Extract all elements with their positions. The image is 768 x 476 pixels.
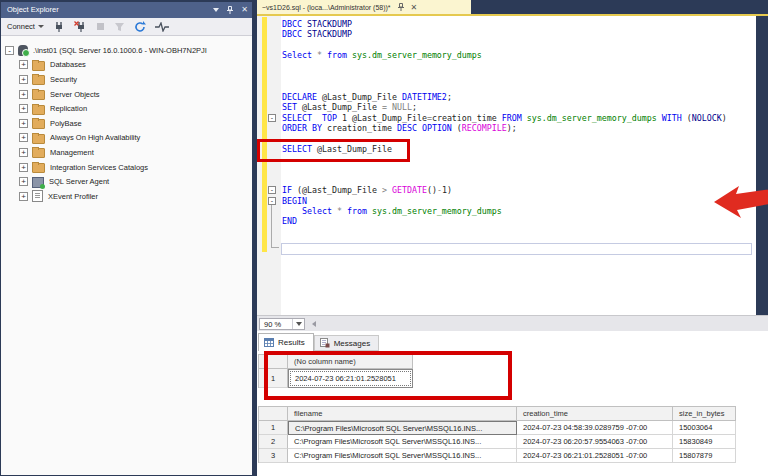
tree-item-label: Replication: [50, 104, 87, 113]
expand-expander-icon[interactable]: +: [19, 133, 28, 142]
agent-icon: [32, 177, 44, 188]
grid-corner-cell[interactable]: [259, 407, 288, 421]
grid-cell[interactable]: 2024-07-23 04:58:39.0289759 -07:00: [517, 421, 673, 435]
grid-cell[interactable]: 2024-07-23 06:20:57.9554063 -07:00: [517, 435, 673, 449]
connect-plug-icon[interactable]: [53, 21, 65, 33]
tree-item-integration-services-catalogs[interactable]: +Integration Services Catalogs: [19, 160, 252, 175]
grid-row-number[interactable]: 1: [259, 421, 288, 435]
tree-item-management[interactable]: +Management: [19, 145, 252, 160]
tab-messages[interactable]: Messages: [314, 335, 379, 351]
grid-row-number[interactable]: 2: [259, 435, 288, 449]
zoom-level-value: 90 %: [260, 320, 292, 329]
tree-item-server-objects[interactable]: +Server Objects: [19, 87, 252, 102]
code-line: [282, 61, 756, 71]
code-line: DBCC STACKDUMP: [282, 19, 756, 29]
folder-icon: [32, 105, 45, 115]
tree-item-label: Security: [50, 75, 77, 84]
window-position-chevron-down-icon[interactable]: [213, 8, 219, 12]
messages-icon: [320, 338, 330, 348]
code-line: ORDER BY creation_time DESC OPTION (RECO…: [282, 123, 756, 133]
disconnect-plug-icon[interactable]: [74, 21, 87, 33]
tab-messages-label: Messages: [334, 339, 370, 348]
scroll-left-arrow-icon[interactable]: [312, 321, 316, 327]
tree-item-polybase[interactable]: +PolyBase: [19, 116, 252, 131]
editor-tab[interactable]: ~vs1D26.sql - (loca...\Administrator (58…: [257, 0, 471, 14]
folder-icon: [32, 61, 45, 71]
refresh-icon[interactable]: [134, 21, 146, 33]
results-grid-2: filenamecreation_timesize_in_bytes1C:\Pr…: [258, 406, 736, 463]
folder-icon: [32, 148, 45, 158]
folder-icon: [32, 134, 45, 144]
expand-expander-icon[interactable]: +: [19, 148, 28, 157]
tab-close-icon[interactable]: ✕: [411, 3, 418, 12]
activity-monitor-icon[interactable]: [155, 22, 169, 32]
connect-dropdown-caret-icon[interactable]: [38, 25, 44, 28]
grid-cell[interactable]: 15003064: [673, 421, 736, 435]
close-icon[interactable]: ✕: [241, 6, 248, 14]
editor-gutter: [257, 16, 281, 315]
expand-expander-icon[interactable]: +: [19, 75, 28, 84]
grid-cell[interactable]: 2024-07-23 06:21:01.2528051 -07:00: [517, 449, 673, 463]
code-line: [282, 40, 756, 50]
grid-cell[interactable]: C:\Program Files\Microsoft SQL Server\MS…: [288, 449, 517, 463]
code-line: [282, 81, 756, 91]
fold-toggle-icon[interactable]: -: [268, 114, 276, 122]
folder-icon: [32, 163, 45, 173]
code-line: DECLARE @Last_Dump_File DATETIME2;: [282, 92, 756, 102]
filter-icon: [114, 22, 125, 32]
folder-icon: [32, 90, 45, 100]
connect-button[interactable]: Connect: [7, 22, 35, 31]
grid-row: 2C:\Program Files\Microsoft SQL Server\M…: [259, 435, 736, 449]
tree-item-always-on-high-availability[interactable]: +Always On High Availability: [19, 131, 252, 146]
annotation-red-box-select-statement: [257, 139, 410, 162]
object-explorer-title-bar[interactable]: Object Explorer ✕: [1, 2, 252, 18]
object-explorer-panel: Object Explorer ✕ Connect: [1, 2, 252, 475]
results-grid-icon: [264, 338, 274, 347]
tab-results[interactable]: Results: [258, 333, 314, 351]
expand-expander-icon[interactable]: +: [19, 177, 28, 186]
tree-item-label: Integration Services Catalogs: [50, 163, 148, 172]
expand-expander-icon[interactable]: +: [19, 192, 28, 201]
grid-cell[interactable]: 15830849: [673, 435, 736, 449]
grid-row: 1C:\Program Files\Microsoft SQL Server\M…: [259, 421, 736, 435]
grid-column-header[interactable]: creation_time: [517, 407, 673, 421]
expand-expander-icon[interactable]: +: [19, 60, 28, 69]
expand-expander-icon[interactable]: +: [19, 90, 28, 99]
collapse-expander-icon[interactable]: -: [5, 46, 14, 55]
expand-expander-icon[interactable]: +: [19, 163, 28, 172]
code-line: Select * from sys.dm_server_memory_dumps: [282, 50, 756, 60]
tree-item-databases[interactable]: +Databases: [19, 58, 252, 73]
grid-row: 3C:\Program Files\Microsoft SQL Server\M…: [259, 449, 736, 463]
tree-item-xevent-profiler[interactable]: +XEvent Profiler: [19, 189, 252, 204]
server-icon: [18, 45, 28, 56]
tree-item-replication[interactable]: +Replication: [19, 101, 252, 116]
fold-toggle-icon[interactable]: -: [268, 197, 276, 205]
current-line-highlight: [281, 243, 752, 255]
tree-item-sql-server-agent[interactable]: +SQL Server Agent: [19, 174, 252, 189]
pin-icon[interactable]: [226, 6, 234, 15]
tree-item-label: Management: [50, 148, 94, 157]
tree-item-label: .\inst01 (SQL Server 16.0.1000.6 - WIN-O…: [33, 46, 207, 55]
code-line: SELECT TOP 1 @Last_Dump_File=creation_ti…: [282, 113, 756, 123]
tree-item-inst01-sql-server-16-0-1000-6-win-obh7n2pji[interactable]: -.\inst01 (SQL Server 16.0.1000.6 - WIN-…: [5, 43, 252, 58]
expand-expander-icon[interactable]: +: [19, 104, 28, 113]
tree-item-label: SQL Server Agent: [49, 177, 109, 186]
grid-column-header[interactable]: filename: [288, 407, 517, 421]
expand-expander-icon[interactable]: +: [19, 119, 28, 128]
grid-cell[interactable]: C:\Program Files\Microsoft SQL Server\MS…: [288, 435, 517, 449]
grid-cell[interactable]: C:\Program Files\Microsoft SQL Server\MS…: [288, 421, 517, 435]
fold-toggle-icon[interactable]: -: [268, 186, 276, 194]
object-explorer-tree: -.\inst01 (SQL Server 16.0.1000.6 - WIN-…: [1, 36, 252, 475]
tab-pin-icon[interactable]: [397, 3, 405, 12]
annotation-red-box-result: [264, 351, 512, 400]
ssms-window: Object Explorer ✕ Connect: [0, 0, 768, 476]
grid-row-number[interactable]: 3: [259, 449, 288, 463]
sql-code-editor[interactable]: DBCC STACKDUMPDBCC STACKDUMP Select * fr…: [257, 16, 756, 315]
grid-column-header[interactable]: size_in_bytes: [673, 407, 736, 421]
zoom-level-select[interactable]: 90 %: [259, 318, 305, 330]
tree-item-label: Always On High Availability: [50, 133, 140, 142]
tree-item-label: Databases: [50, 60, 86, 69]
tree-item-label: PolyBase: [50, 119, 82, 128]
tree-item-security[interactable]: +Security: [19, 72, 252, 87]
grid-cell[interactable]: 15807879: [673, 449, 736, 463]
